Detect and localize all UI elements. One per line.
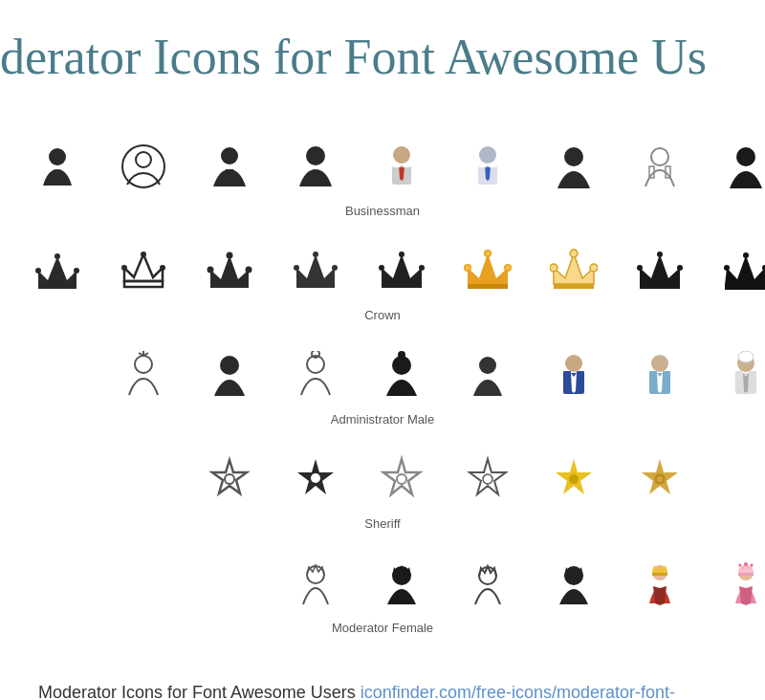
icon-cell	[622, 237, 698, 304]
crown-6-icon	[636, 247, 684, 295]
user-outline-gray-icon	[636, 142, 684, 190]
svg-point-72	[398, 351, 405, 359]
svg-point-17	[736, 147, 755, 166]
sheriff-star-gold-worn-icon	[636, 455, 684, 503]
svg-point-61	[724, 265, 730, 271]
icon-cell	[105, 133, 182, 200]
svg-marker-87	[212, 460, 247, 493]
icon-cell	[363, 237, 440, 304]
icon-cell	[277, 550, 354, 617]
user-circle-outline-icon	[120, 142, 167, 190]
icon-cell	[363, 133, 440, 200]
footer: Moderator Icons for Font Awesome Users i…	[0, 664, 765, 700]
svg-point-0	[49, 148, 66, 165]
sheriff-star-outline-1-icon	[206, 455, 253, 503]
admin-color-blue-icon	[550, 351, 598, 399]
svg-marker-42	[468, 253, 508, 284]
icon-cell	[277, 341, 354, 408]
svg-point-2	[136, 152, 151, 167]
mod-female-solid-2-icon	[550, 559, 598, 607]
svg-rect-28	[210, 283, 249, 288]
mod-female-outline-2-icon	[464, 559, 512, 607]
mod-female-outline-1-icon	[292, 559, 339, 607]
svg-point-4	[306, 146, 325, 165]
crown-1-icon	[33, 247, 81, 295]
svg-point-20	[35, 268, 41, 273]
mod-female-solid-1-icon	[378, 559, 426, 607]
icon-cell	[708, 133, 765, 200]
user-suit-1-icon	[33, 142, 81, 190]
svg-marker-93	[470, 459, 506, 494]
svg-rect-55	[640, 284, 680, 289]
svg-point-51	[550, 264, 557, 272]
svg-point-74	[565, 355, 582, 372]
svg-point-34	[294, 265, 299, 271]
businessman-blue-tie-icon	[464, 142, 512, 190]
crown-2-icon	[120, 247, 167, 295]
silhouette-1-icon	[550, 142, 598, 190]
silhouette-2-icon	[722, 142, 765, 190]
icon-cell	[536, 237, 612, 304]
svg-point-14	[651, 148, 668, 165]
icon-row-user	[0, 133, 765, 200]
sheriff-star-outline-3-icon	[464, 455, 512, 503]
svg-marker-32	[296, 254, 335, 283]
svg-rect-77	[577, 371, 584, 375]
crown-4-icon	[292, 247, 339, 295]
icon-cell	[449, 341, 526, 408]
businessman-label: Businessman	[0, 204, 765, 218]
icon-cell	[708, 341, 765, 408]
icon-cell	[19, 237, 96, 304]
crown-5-icon	[378, 247, 426, 295]
svg-point-25	[141, 252, 146, 257]
section-user: Businessman	[0, 133, 765, 218]
svg-point-9	[479, 146, 496, 164]
icon-cell	[536, 341, 612, 408]
mod-female-color-pink-icon	[722, 559, 765, 607]
admin-outline-1-icon	[120, 351, 167, 399]
businessman-red-tie-icon	[378, 142, 426, 190]
icon-cell	[536, 133, 612, 200]
svg-marker-18	[38, 256, 76, 283]
crown-gold-1-icon	[464, 247, 512, 295]
svg-rect-16	[666, 166, 670, 178]
sheriff-star-gold-icon	[550, 455, 598, 503]
svg-point-47	[466, 266, 470, 271]
svg-point-41	[419, 265, 425, 271]
svg-point-99	[657, 476, 663, 482]
svg-point-52	[570, 250, 578, 257]
svg-point-88	[225, 474, 234, 484]
svg-rect-81	[663, 371, 670, 375]
svg-point-90	[311, 473, 320, 483]
icon-cell	[708, 237, 765, 304]
mod-female-label: Moderator Female	[0, 621, 765, 635]
svg-rect-7	[393, 164, 401, 167]
svg-point-40	[399, 252, 404, 257]
icon-cell	[191, 446, 268, 513]
svg-point-48	[486, 252, 491, 256]
section-crown: Crown	[0, 237, 765, 322]
icon-cell	[622, 341, 698, 408]
svg-rect-84	[735, 371, 743, 375]
icon-cell	[449, 237, 526, 304]
svg-rect-11	[479, 164, 487, 167]
svg-point-94	[483, 474, 492, 484]
svg-rect-105	[652, 573, 667, 576]
svg-rect-12	[489, 164, 496, 167]
user-collar-icon	[206, 142, 253, 190]
sheriff-star-filled-1-icon	[292, 455, 339, 503]
svg-rect-33	[296, 283, 335, 288]
icon-cell	[622, 550, 698, 617]
icon-row-crown	[0, 237, 765, 304]
icon-cell	[449, 550, 526, 617]
svg-rect-15	[649, 166, 654, 178]
svg-point-78	[651, 355, 668, 372]
page-title: derator Icons for Font Awesome Us	[0, 0, 765, 114]
icon-cell	[363, 446, 440, 513]
sheriff-label: Sheriff	[0, 516, 765, 531]
svg-point-22	[74, 268, 79, 273]
crown-3-icon	[206, 247, 253, 295]
svg-marker-27	[210, 255, 249, 283]
svg-marker-59	[725, 255, 765, 285]
user-face-icon	[292, 142, 339, 190]
